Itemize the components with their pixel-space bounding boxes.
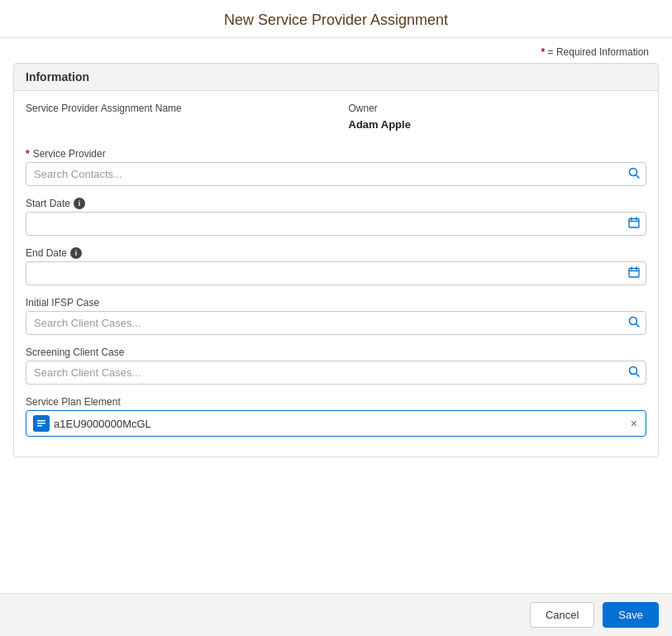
sp-required-star: * (26, 148, 30, 160)
required-note: * = Required Information (13, 38, 659, 63)
screening-client-group: Screening Client Case (26, 347, 646, 385)
information-section: Information Service Provider Assignment … (13, 63, 659, 457)
service-plan-token-icon (33, 415, 50, 432)
cancel-button[interactable]: Cancel (530, 602, 594, 628)
assignment-name-group: Service Provider Assignment Name (26, 103, 324, 133)
service-provider-group: * Service Provider (26, 148, 646, 186)
svg-rect-15 (37, 423, 45, 424)
required-asterisk: * (541, 46, 546, 58)
modal-footer: Cancel Save (0, 593, 672, 636)
service-plan-token-remove[interactable]: × (629, 417, 639, 430)
service-provider-input-wrapper (26, 162, 646, 186)
end-date-info-icon[interactable]: i (70, 247, 82, 259)
start-date-info-icon[interactable]: i (74, 198, 85, 209)
svg-rect-16 (37, 425, 42, 427)
modal-body: * = Required Information Information Ser… (0, 38, 672, 593)
owner-group: Owner Adam Apple (349, 103, 647, 133)
row-name-owner: Service Provider Assignment Name Owner A… (26, 103, 646, 145)
service-provider-label: * Service Provider (26, 148, 646, 160)
service-plan-token-value: a1EU9000000McGL (54, 418, 151, 430)
start-date-group: Start Date i (26, 198, 646, 236)
screening-client-input[interactable] (26, 361, 646, 385)
initial-ifsp-input-wrapper (26, 311, 646, 335)
start-date-input[interactable] (26, 212, 646, 236)
save-button[interactable]: Save (603, 602, 659, 628)
required-text: = Required Information (548, 46, 649, 58)
service-plan-group: Service Plan Element a1EU9000000McGL × (26, 396, 646, 437)
owner-label: Owner (349, 103, 647, 114)
assignment-name-label: Service Provider Assignment Name (26, 103, 324, 114)
service-provider-input[interactable] (26, 162, 646, 186)
section-header: Information (14, 64, 658, 91)
start-date-label: Start Date i (26, 198, 646, 209)
end-date-group: End Date i (26, 247, 646, 285)
service-plan-token-input[interactable]: a1EU9000000McGL × (26, 410, 646, 437)
svg-rect-14 (37, 420, 45, 422)
end-date-input-wrapper (26, 261, 646, 285)
end-date-input[interactable] (26, 261, 646, 285)
start-date-input-wrapper (26, 212, 646, 236)
modal-header: New Service Provider Assignment (0, 0, 672, 38)
initial-ifsp-group: Initial IFSP Case (26, 297, 646, 335)
end-date-label: End Date i (26, 247, 646, 259)
initial-ifsp-label: Initial IFSP Case (26, 297, 646, 308)
service-plan-label: Service Plan Element (26, 396, 646, 408)
screening-client-input-wrapper (26, 361, 646, 385)
section-body: Service Provider Assignment Name Owner A… (14, 91, 658, 457)
modal-title: New Service Provider Assignment (0, 12, 672, 29)
initial-ifsp-input[interactable] (26, 311, 646, 335)
service-plan-token-item: a1EU9000000McGL (33, 415, 151, 432)
owner-value: Adam Apple (349, 117, 647, 131)
screening-client-label: Screening Client Case (26, 347, 646, 358)
